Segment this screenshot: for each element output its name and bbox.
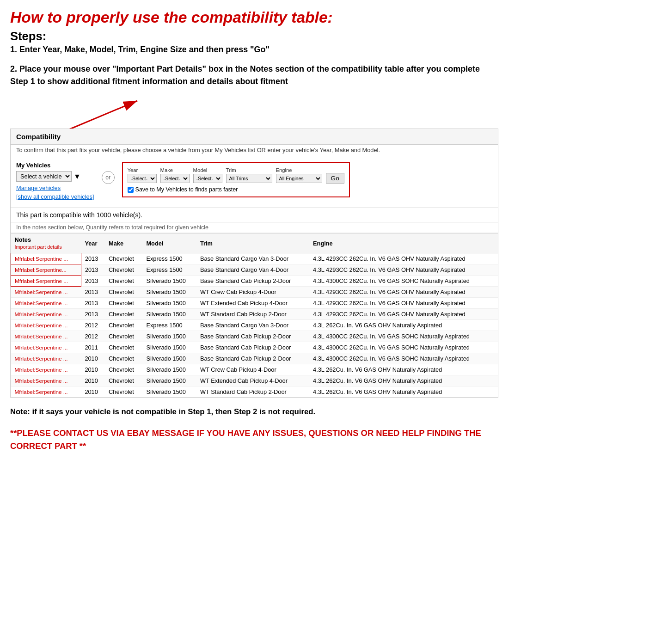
arrow-icon bbox=[38, 96, 158, 133]
cell-model: Silverado 1500 bbox=[142, 386, 196, 398]
svg-line-1 bbox=[66, 101, 137, 131]
cell-trim: WT Crew Cab Pickup 4-Door bbox=[196, 287, 309, 298]
th-notes: Notes Important part details bbox=[11, 233, 81, 253]
cell-notes: Mfrlabel:Serpentine ... bbox=[11, 342, 81, 353]
model-label: Model bbox=[193, 167, 222, 173]
year-label: Year bbox=[128, 167, 157, 173]
ymm-form: Year -Select- Make -Select- Model -Selec… bbox=[122, 162, 350, 197]
manage-vehicles-link[interactable]: Manage vehicles bbox=[16, 184, 94, 191]
my-vehicles-label: My Vehicles bbox=[16, 162, 94, 169]
cell-make: Chevrolet bbox=[105, 287, 142, 298]
cell-year: 2012 bbox=[81, 320, 105, 331]
cell-notes: Mfrlabel:Serpentine ... bbox=[11, 331, 81, 342]
year-field: Year -Select- bbox=[128, 167, 157, 183]
cell-model: Express 1500 bbox=[142, 253, 196, 264]
cell-year: 2013 bbox=[81, 298, 105, 309]
model-select[interactable]: -Select- bbox=[193, 174, 222, 183]
cell-year: 2013 bbox=[81, 276, 105, 287]
cell-make: Chevrolet bbox=[105, 320, 142, 331]
cell-notes: Mfrlabel:Serpentine ... bbox=[11, 309, 81, 320]
cell-trim: Base Standard Cab Pickup 2-Door bbox=[196, 342, 309, 353]
cell-year: 2010 bbox=[81, 375, 105, 386]
cell-model: Express 1500 bbox=[142, 320, 196, 331]
engine-select[interactable]: All Engines bbox=[276, 174, 322, 183]
cell-make: Chevrolet bbox=[105, 253, 142, 264]
cell-year: 2013 bbox=[81, 309, 105, 320]
cell-notes: Mfrlabel:Serpentine ... bbox=[11, 375, 81, 386]
cell-year: 2011 bbox=[81, 342, 105, 353]
cell-trim: Base Standard Cab Pickup 2-Door bbox=[196, 353, 309, 364]
ymm-row: Year -Select- Make -Select- Model -Selec… bbox=[128, 166, 344, 184]
model-field: Model -Select- bbox=[193, 167, 222, 183]
show-all-link[interactable]: [show all compatible vehicles] bbox=[16, 193, 94, 200]
my-vehicles-select-row: Select a vehicle ▼ bbox=[16, 171, 94, 182]
cell-notes: Mfrlabel:Serpentine ... bbox=[11, 320, 81, 331]
note-text: Note: if it says your vehicle is not com… bbox=[10, 406, 498, 417]
save-vehicles-row: Save to My Vehicles to finds parts faste… bbox=[128, 186, 344, 193]
cell-trim: Base Standard Cargo Van 3-Door bbox=[196, 320, 309, 331]
cell-notes: Mfrlabel:Serpentine ... bbox=[11, 276, 81, 287]
cell-engine: 4.3L 4293CC 262Cu. In. V6 GAS OHV Natura… bbox=[309, 264, 498, 276]
cell-engine: 4.3L 4293CC 262Cu. In. V6 GAS OHV Natura… bbox=[309, 287, 498, 298]
table-row: Mfrlabel:Serpentine ...2013ChevroletExpr… bbox=[11, 253, 498, 264]
table-row: Mfrlabel:Serpentine ...2010ChevroletSilv… bbox=[11, 353, 498, 364]
th-notes-sub: Important part details bbox=[15, 244, 62, 250]
step2-text: 2. Place your mouse over "Important Part… bbox=[10, 63, 498, 88]
cell-notes: Mfrlabel:Serpentine ... bbox=[11, 364, 81, 375]
cell-make: Chevrolet bbox=[105, 342, 142, 353]
cell-model: Silverado 1500 bbox=[142, 353, 196, 364]
cell-year: 2013 bbox=[81, 253, 105, 264]
make-field: Make -Select- bbox=[160, 167, 190, 183]
trim-label: Trim bbox=[226, 167, 272, 173]
table-row: Mfrlabel:Serpentine ...2010ChevroletSilv… bbox=[11, 375, 498, 386]
cell-trim: WT Crew Cab Pickup 4-Door bbox=[196, 364, 309, 375]
contact-text: **PLEASE CONTACT US VIA EBAY MESSAGE IF … bbox=[10, 427, 498, 452]
table-row: Mfrlabel:Serpentine ...2011ChevroletSilv… bbox=[11, 342, 498, 353]
cell-trim: Base Standard Cargo Van 4-Door bbox=[196, 264, 309, 276]
cell-model: Express 1500 bbox=[142, 264, 196, 276]
cell-make: Chevrolet bbox=[105, 276, 142, 287]
year-select[interactable]: -Select- bbox=[128, 174, 157, 183]
cell-engine: 4.3L 262Cu. In. V6 GAS OHV Naturally Asp… bbox=[309, 320, 498, 331]
cell-notes: Mfrlabel:Serpentine ... bbox=[11, 287, 81, 298]
cell-model: Silverado 1500 bbox=[142, 298, 196, 309]
cell-make: Chevrolet bbox=[105, 331, 142, 342]
cell-trim: Base Standard Cab Pickup 2-Door bbox=[196, 276, 309, 287]
th-model: Model bbox=[142, 233, 196, 253]
cell-make: Chevrolet bbox=[105, 264, 142, 276]
cell-year: 2012 bbox=[81, 331, 105, 342]
make-select[interactable]: -Select- bbox=[160, 174, 190, 183]
go-button[interactable]: Go bbox=[326, 173, 344, 184]
cell-engine: 4.3L 4293CC 262Cu. In. V6 GAS OHV Natura… bbox=[309, 298, 498, 309]
table-row: Mfrlabel:Serpentine ...2010ChevroletSilv… bbox=[11, 364, 498, 375]
save-vehicles-checkbox[interactable] bbox=[128, 187, 134, 193]
cell-engine: 4.3L 4300CC 262Cu. In. V6 GAS SOHC Natur… bbox=[309, 276, 498, 287]
steps-heading: Steps: bbox=[10, 30, 498, 43]
compat-body: My Vehicles Select a vehicle ▼ Manage ve… bbox=[11, 157, 498, 208]
cell-trim: WT Extended Cab Pickup 4-Door bbox=[196, 298, 309, 309]
trim-field: Trim All Trims bbox=[226, 167, 272, 183]
table-row: Mfrlabel:Serpentine ...2013ChevroletSilv… bbox=[11, 287, 498, 298]
vehicle-select[interactable]: Select a vehicle bbox=[16, 171, 72, 182]
compat-subtext: To confirm that this part fits your vehi… bbox=[11, 145, 498, 157]
compat-table: Notes Important part details Year Make M… bbox=[11, 233, 498, 397]
cell-make: Chevrolet bbox=[105, 298, 142, 309]
cell-model: Silverado 1500 bbox=[142, 342, 196, 353]
make-label: Make bbox=[160, 167, 190, 173]
or-divider: or bbox=[102, 171, 115, 184]
cell-engine: 4.3L 4293CC 262Cu. In. V6 GAS OHV Natura… bbox=[309, 253, 498, 264]
th-notes-label: Notes bbox=[15, 236, 31, 243]
cell-model: Silverado 1500 bbox=[142, 375, 196, 386]
table-row: Mfrlabel:Serpentine ...2010ChevroletSilv… bbox=[11, 386, 498, 398]
cell-make: Chevrolet bbox=[105, 375, 142, 386]
cell-notes: Mfrlabel:Serpentine ... bbox=[11, 386, 81, 398]
cell-notes: Mfrlabel:Serpentine... bbox=[11, 264, 81, 276]
cell-year: 2013 bbox=[81, 287, 105, 298]
trim-select[interactable]: All Trims bbox=[226, 174, 272, 183]
th-make: Make bbox=[105, 233, 142, 253]
main-title: How to properly use the compatibility ta… bbox=[10, 8, 498, 27]
compatibility-widget: Compatibility To confirm that this part … bbox=[10, 129, 498, 398]
compat-header: Compatibility bbox=[11, 129, 498, 145]
cell-model: Silverado 1500 bbox=[142, 276, 196, 287]
cell-engine: 4.3L 262Cu. In. V6 GAS OHV Naturally Asp… bbox=[309, 364, 498, 375]
